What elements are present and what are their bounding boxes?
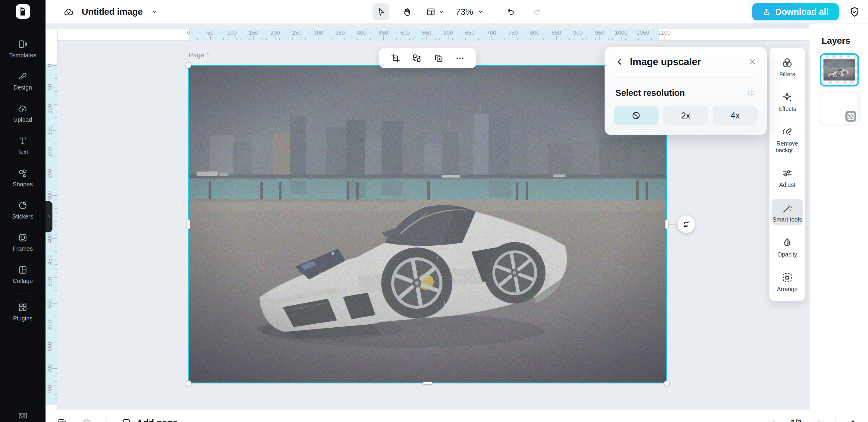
app-logo[interactable] <box>16 4 30 19</box>
sidebar-item-design[interactable]: Design <box>0 65 45 98</box>
title-chevron-down-icon[interactable] <box>151 8 158 16</box>
ruler-tick <box>457 38 457 40</box>
tool-label: Smart tools <box>772 216 802 223</box>
keyboard-shortcuts-button[interactable] <box>0 411 45 420</box>
sidebar-item-stickers[interactable]: Stickers <box>0 194 45 227</box>
previous-page-icon[interactable] <box>770 418 778 422</box>
sidebar-item-label: Collage <box>13 278 33 284</box>
ruler-tick <box>55 255 57 256</box>
layout-tool-button[interactable] <box>424 3 447 20</box>
add-page-button[interactable]: Add page <box>121 418 178 422</box>
smart-tools-icon <box>781 202 793 214</box>
ruler-tick <box>53 260 57 261</box>
sidebar-item-text[interactable]: Text <box>0 130 45 162</box>
layer-thumbnail-selected[interactable] <box>820 53 859 87</box>
zoom-dropdown[interactable]: 73% <box>456 7 484 17</box>
ruler-tick <box>55 342 57 342</box>
undo-button[interactable] <box>502 3 519 20</box>
sidebar-item-upload[interactable]: Upload <box>0 98 45 130</box>
ruler-label: 950 <box>595 30 604 36</box>
next-page-icon[interactable] <box>814 418 824 422</box>
download-all-button[interactable]: Download all <box>752 3 839 20</box>
tool-opacity[interactable]: Opacity <box>772 234 803 260</box>
tool-label: Adjust <box>779 181 795 188</box>
ruler-tick <box>431 38 431 40</box>
upload-icon <box>18 104 27 113</box>
crop-button[interactable] <box>387 50 404 67</box>
resolution-option-4x[interactable]: 4x <box>713 106 758 125</box>
document-title[interactable]: Untitled image <box>82 7 143 17</box>
shapes-icon <box>18 169 27 178</box>
handle-top-left[interactable] <box>186 62 191 68</box>
ruler-tick <box>379 38 379 40</box>
tool-filters[interactable]: Filters <box>772 54 803 80</box>
ruler-tick <box>413 38 414 40</box>
no-upscale-icon <box>631 111 641 120</box>
ruler-tick <box>55 200 57 200</box>
sidebar-item-templates[interactable]: Templates <box>0 33 45 65</box>
sidebar-item-collage[interactable]: Collage <box>0 259 45 291</box>
ruler-label: 500 <box>46 277 53 287</box>
more-button[interactable] <box>452 50 468 67</box>
ruler-tick <box>358 38 358 40</box>
close-icon[interactable] <box>748 57 757 66</box>
zoom-chevron-down-icon <box>477 9 484 15</box>
tool-smart-tools[interactable]: Smart tools <box>772 199 803 225</box>
left-sidebar: Templates Design Upload Text Shapes Stic… <box>0 0 45 422</box>
ruler-tick <box>530 38 531 40</box>
ruler-tick <box>55 338 57 338</box>
ruler-tick <box>215 38 215 40</box>
ruler-tick <box>55 126 57 126</box>
ruler-tick <box>470 36 470 40</box>
design-icon <box>18 72 27 81</box>
sidebar-item-frames[interactable]: Frames <box>0 227 45 259</box>
resolution-option-2x[interactable]: 2x <box>663 106 708 125</box>
replace-button[interactable] <box>408 50 425 67</box>
ruler-tick <box>55 225 57 226</box>
duplicate-page-icon[interactable] <box>57 418 67 422</box>
sidebar-expand-tab[interactable] <box>45 201 53 232</box>
ruler-tick <box>388 38 388 40</box>
sidebar-item-shapes[interactable]: Shapes <box>0 162 45 194</box>
handle-bottom-right[interactable] <box>664 381 670 386</box>
opacity-icon <box>781 237 793 249</box>
handle-bottom-left[interactable] <box>186 381 191 386</box>
tool-adjust[interactable]: Adjust <box>772 164 803 190</box>
back-icon[interactable] <box>615 58 624 66</box>
rotate-button[interactable] <box>678 215 695 233</box>
car-image-layer[interactable] <box>189 65 667 383</box>
delete-page-icon[interactable] <box>82 418 92 422</box>
ruler-tick <box>288 38 288 40</box>
floating-object-toolbar <box>379 48 476 68</box>
replace-icon <box>412 53 422 63</box>
ruler-tick <box>202 38 202 40</box>
ruler-tick <box>297 36 297 40</box>
ruler-tick <box>275 36 276 40</box>
tool-remove-background[interactable]: Remove backgr… <box>772 123 803 156</box>
ruler-label: 150 <box>46 125 53 135</box>
resolution-option-none[interactable] <box>614 106 658 125</box>
ruler-tick <box>383 36 384 40</box>
pan-tool-button[interactable] <box>398 3 415 20</box>
redo-button[interactable] <box>528 3 545 20</box>
ruler-label: 700 <box>487 30 496 36</box>
shield-check-icon[interactable] <box>849 6 860 18</box>
layer-thumbnail-page[interactable] <box>820 92 859 124</box>
expand-pages-icon[interactable] <box>848 418 858 422</box>
sidebar-item-plugins[interactable]: Plugins <box>0 296 45 329</box>
ruler-tick <box>53 109 57 109</box>
frames-icon <box>18 233 27 242</box>
ruler-label: 300 <box>314 30 323 36</box>
duplicate-button[interactable] <box>430 50 447 67</box>
handle-middle-left[interactable] <box>187 219 190 229</box>
compare-icon[interactable] <box>747 88 756 97</box>
tool-effects[interactable]: Effects <box>772 88 803 115</box>
handle-middle-right[interactable] <box>665 219 668 229</box>
ruler-tick <box>55 377 57 377</box>
tool-arrange[interactable]: Arrange <box>772 269 803 295</box>
handle-middle-bottom[interactable] <box>423 382 433 385</box>
select-tool-button[interactable] <box>373 3 390 20</box>
ruler-label: 550 <box>422 30 431 36</box>
ruler-tick <box>375 38 375 40</box>
ruler-tick <box>353 38 353 40</box>
